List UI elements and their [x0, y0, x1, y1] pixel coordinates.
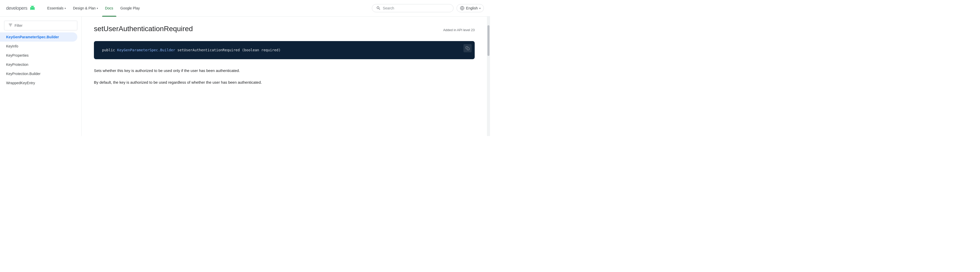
filter-icon [8, 23, 13, 28]
language-label: English [466, 6, 478, 10]
filter-input[interactable]: Filter [4, 21, 77, 30]
logo-area: developers [6, 6, 36, 11]
copy-icon [466, 46, 469, 50]
nav-item-docs[interactable]: Docs [102, 4, 116, 12]
description-para-2: By default, the key is authorized to be … [94, 79, 475, 86]
main-content: setUserAuthenticationRequired Added in A… [82, 17, 487, 136]
description-para-1: Sets whether this key is authorized to b… [94, 67, 475, 74]
sidebar-item-keygenparameterspec-builder[interactable]: KeyGenParameterSpec.Builder [0, 32, 77, 41]
scrollbar-thumb[interactable] [487, 25, 490, 56]
svg-line-3 [33, 6, 34, 6]
filter-placeholder: Filter [14, 24, 22, 27]
nav-item-google-play[interactable]: Google Play [118, 4, 143, 12]
search-placeholder: Search [383, 6, 394, 10]
api-level-badge: Added in API level 23 [443, 28, 475, 32]
page-layout: Filter KeyGenParameterSpec.Builder KeyIn… [0, 17, 490, 136]
svg-point-0 [32, 7, 32, 7]
language-button[interactable]: English ▾ [457, 4, 484, 12]
sidebar: Filter KeyGenParameterSpec.Builder KeyIn… [0, 17, 82, 136]
page-header: setUserAuthenticationRequired Added in A… [94, 25, 475, 33]
code-params: (boolean required) [242, 48, 281, 52]
chevron-down-icon: ▾ [65, 7, 66, 10]
svg-rect-5 [467, 48, 469, 50]
page-title: setUserAuthenticationRequired [94, 25, 193, 33]
search-icon [376, 6, 381, 11]
globe-icon [460, 6, 465, 11]
code-classname: KeyGenParameterSpec.Builder [117, 48, 175, 52]
search-box[interactable]: Search [372, 4, 453, 12]
sidebar-item-keyprotection-builder[interactable]: KeyProtection.Builder [0, 69, 81, 78]
svg-point-1 [33, 7, 33, 7]
code-block: public KeyGenParameterSpec.Builder setUs… [94, 41, 475, 59]
sidebar-item-keyprotection[interactable]: KeyProtection [0, 60, 81, 69]
chevron-down-icon: ▾ [479, 7, 480, 10]
header-right: Search English ▾ [372, 4, 484, 12]
scrollbar-track[interactable] [487, 17, 490, 136]
code-public-keyword: public [102, 48, 115, 52]
android-logo-icon [29, 6, 36, 11]
copy-button[interactable] [463, 44, 472, 52]
logo-text: developers [6, 6, 27, 11]
nav-item-essentials[interactable]: Essentials ▾ [44, 4, 69, 12]
sidebar-item-keyproperties[interactable]: KeyProperties [0, 51, 81, 60]
header: developers Essentials ▾ Design & Plan ▾ … [0, 0, 490, 17]
code-content: public KeyGenParameterSpec.Builder setUs… [102, 48, 281, 52]
sidebar-items-list: KeyGenParameterSpec.Builder KeyInfo KeyP… [0, 32, 81, 87]
nav-item-design-plan[interactable]: Design & Plan ▾ [70, 4, 101, 12]
svg-line-2 [30, 6, 32, 6]
main-nav: Essentials ▾ Design & Plan ▾ Docs Google… [44, 4, 372, 12]
chevron-down-icon: ▾ [97, 7, 98, 10]
sidebar-item-keyinfo[interactable]: KeyInfo [0, 41, 81, 51]
sidebar-item-wrappedkeyentry[interactable]: WrappedKeyEntry [0, 78, 81, 87]
code-method: setUserAuthenticationRequired [177, 48, 242, 52]
